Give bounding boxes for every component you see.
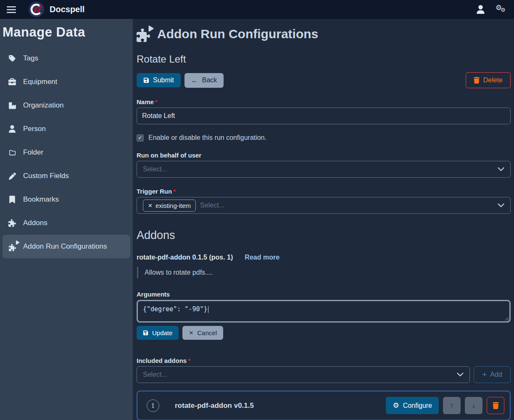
sidebar-item-label: Custom Fields: [23, 172, 69, 180]
arrow-up-icon: ↑: [450, 401, 454, 410]
close-icon: ✕: [189, 330, 193, 336]
save-icon: [143, 330, 148, 336]
sidebar-item-label: Addon Run Configurations: [23, 242, 107, 251]
arrow-down-icon: ↓: [472, 401, 476, 410]
user-icon: [8, 125, 17, 133]
position-badge: 1: [147, 399, 159, 412]
remove-chip-icon[interactable]: ✕: [148, 202, 153, 209]
addon-description: Allows to rotate pdfs....: [137, 267, 511, 278]
sidebar-item-addon-run-configurations[interactable]: Addon Run Configurations: [3, 235, 130, 258]
chevron-down-icon: [498, 167, 504, 171]
trigger-chip-existing-item[interactable]: ✕ existing-item: [143, 200, 196, 212]
puzzle-run-icon: [8, 242, 17, 251]
sidebar-item-custom-fields[interactable]: Custom Fields: [3, 164, 130, 188]
sidebar-nav: Tags Equipment Organization Person: [0, 47, 133, 258]
addon-info-row: rotate-pdf-addon 0.1.5 (pos. 1) Read mor…: [137, 254, 511, 261]
factory-icon: [8, 102, 17, 109]
toolbar: Submit ← Back Delete: [137, 72, 511, 88]
addons-section-heading: Addons: [137, 229, 511, 242]
pen-icon: [8, 173, 17, 180]
move-down-button[interactable]: ↓: [465, 397, 482, 414]
sidebar-item-label: Folder: [23, 148, 43, 157]
bookmark-icon: [8, 196, 17, 203]
sidebar-item-tags[interactable]: Tags: [3, 47, 130, 70]
addon-card-actions: ⚙ Configure ↑ ↓: [386, 397, 504, 414]
arguments-textarea[interactable]: {"degree": "-90"}: [137, 300, 511, 323]
brand-name[interactable]: Docspell: [50, 5, 84, 14]
sidebar-item-organization[interactable]: Organization: [3, 94, 130, 117]
read-more-link[interactable]: Read more: [245, 254, 279, 261]
sidebar-title: Manage Data: [3, 25, 133, 40]
sidebar-item-label: Bookmarks: [23, 195, 59, 204]
chevron-down-icon: [498, 203, 504, 207]
included-addon-name: rotate-pdf-addon v0.1.5: [175, 402, 254, 410]
folder-icon: [8, 149, 17, 156]
plus-icon: +: [482, 370, 487, 379]
checkbox-checked-icon[interactable]: ✓: [137, 134, 144, 142]
name-input[interactable]: [137, 108, 511, 124]
trash-icon: [493, 402, 499, 409]
sidebar-item-label: Person: [23, 125, 46, 133]
run-on-behalf-select[interactable]: Select...: [137, 161, 511, 178]
main-content: Addon Run Configurations Rotate Left Sub…: [133, 19, 514, 420]
tag-icon: [8, 55, 17, 62]
gear-icon: ⚙: [393, 402, 399, 409]
submit-button[interactable]: Submit: [137, 73, 181, 87]
run-on-behalf-label: Run on behalf of user: [137, 152, 511, 159]
resize-handle[interactable]: [504, 316, 509, 320]
sidebar-item-label: Addons: [23, 219, 47, 227]
puzzle-icon: [8, 219, 17, 227]
back-button[interactable]: ← Back: [185, 73, 224, 88]
sidebar-item-addons[interactable]: Addons: [3, 211, 130, 235]
trigger-run-label: Trigger Run*: [137, 188, 511, 195]
config-name-heading: Rotate Left: [137, 53, 511, 65]
addon-version-title: rotate-pdf-addon 0.1.5 (pos. 1): [137, 254, 233, 261]
trash-icon: [474, 77, 480, 84]
name-label: Name*: [137, 98, 511, 105]
puzzle-run-icon: [137, 26, 150, 42]
sidebar-item-bookmarks[interactable]: Bookmarks: [3, 188, 130, 211]
arguments-actions: Update ✕ Cancel: [137, 326, 511, 340]
enable-checkbox-row[interactable]: ✓ Enable or disable this run configurati…: [137, 134, 511, 142]
top-navbar: d Docspell ⚙ ⚙: [0, 0, 514, 19]
save-icon: [143, 77, 149, 83]
docspell-logo-icon[interactable]: d: [29, 2, 44, 17]
sidebar-item-label: Equipment: [23, 78, 57, 86]
update-button[interactable]: Update: [137, 326, 179, 340]
sidebar-item-person[interactable]: Person: [3, 117, 130, 141]
sidebar-item-label: Tags: [23, 54, 38, 63]
enable-checkbox-label: Enable or disable this run configuration…: [148, 134, 266, 142]
arrow-left-icon: ←: [191, 77, 198, 84]
remove-addon-button[interactable]: [487, 397, 504, 414]
briefcase-icon: [8, 78, 17, 86]
cancel-button[interactable]: ✕ Cancel: [182, 326, 223, 340]
included-addons-select[interactable]: Select...: [137, 366, 470, 383]
text-caret: [208, 306, 208, 313]
page-title: Addon Run Configurations: [137, 26, 511, 42]
included-addons-label: Included addons*: [137, 357, 511, 364]
sidebar: Manage Data Tags Equipment Organization: [0, 19, 133, 420]
sidebar-item-equipment[interactable]: Equipment: [3, 70, 130, 94]
trigger-run-select[interactable]: ✕ existing-item Select...: [137, 197, 511, 214]
settings-gears-icon[interactable]: ⚙ ⚙: [496, 4, 507, 15]
arguments-label: Arguments: [137, 291, 511, 298]
menu-icon[interactable]: [4, 4, 18, 16]
included-addon-card: 1 rotate-pdf-addon v0.1.5 ⚙ Configure ↑ …: [137, 391, 511, 420]
move-up-button[interactable]: ↑: [443, 397, 461, 414]
sidebar-item-label: Organization: [23, 101, 63, 110]
configure-button[interactable]: ⚙ Configure: [386, 397, 439, 414]
add-addon-button[interactable]: + Add: [474, 366, 511, 383]
included-addons-row: Select... + Add: [137, 366, 511, 383]
delete-button[interactable]: Delete: [466, 72, 511, 88]
chevron-down-icon: [457, 373, 464, 377]
user-account-icon[interactable]: [477, 5, 485, 14]
sidebar-item-folder[interactable]: Folder: [3, 141, 130, 164]
